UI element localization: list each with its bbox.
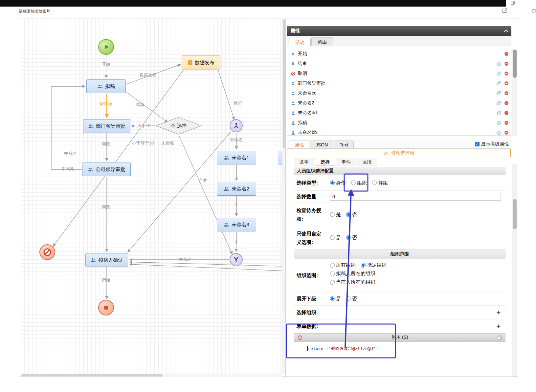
radio-option-是[interactable]: 是 <box>330 295 341 302</box>
radio-circle[interactable] <box>346 296 351 301</box>
delete-activity-button[interactable] <box>504 120 509 125</box>
radio-circle[interactable] <box>330 235 335 240</box>
cancel-icon <box>291 72 295 76</box>
tab-选择[interactable]: 选择 <box>315 158 335 165</box>
flow-node-join[interactable] <box>230 253 243 266</box>
chevron-up-icon[interactable] <box>504 30 508 32</box>
radio-option-指定组织[interactable]: 指定组织 <box>361 262 387 268</box>
canvas-vertical-scrollbar[interactable] <box>282 19 285 374</box>
delete-activity-button[interactable] <box>504 52 509 56</box>
add-organization-button[interactable] <box>496 310 501 315</box>
window-icon-partial[interactable] <box>532 8 536 14</box>
radio-option-否[interactable]: 否 <box>346 234 357 241</box>
tab-Text[interactable]: Text <box>334 141 354 148</box>
flow-node-dept[interactable]: 部门领导审批 <box>83 119 130 133</box>
activity-row-未命名bb[interactable]: 未命名bb <box>287 128 511 136</box>
modify-selection-banner[interactable]: 修改选择项 <box>287 149 511 157</box>
delete-activity-button[interactable] <box>504 61 509 66</box>
delete-activity-button[interactable] <box>504 130 509 135</box>
tab-属性[interactable]: 属性 <box>289 141 309 148</box>
scrollbar-thumb[interactable] <box>513 199 517 229</box>
copy-script-icon[interactable] <box>497 335 502 340</box>
scrollbar-thumb[interactable] <box>513 50 517 78</box>
flow-node-cancel[interactable] <box>39 244 55 260</box>
window-icon[interactable] <box>510 1 515 5</box>
flow-node-n1[interactable]: 未命名1 <box>217 151 256 164</box>
activity-list-scrollbar[interactable] <box>512 49 517 136</box>
activity-row-未命名2[interactable]: 未命名2 <box>287 98 511 108</box>
activity-label: 结束 <box>298 61 494 67</box>
select-count-input[interactable] <box>330 193 501 201</box>
radio-circle[interactable] <box>346 235 351 240</box>
scrollbar-thumb[interactable] <box>283 20 285 148</box>
scrollbar-thumb[interactable] <box>21 374 163 377</box>
radio-circle[interactable] <box>372 181 377 185</box>
activity-row-开始[interactable]: 开始 <box>287 49 511 59</box>
radio-circle[interactable] <box>330 280 335 285</box>
radio-option-身份[interactable]: 身份 <box>330 180 346 186</box>
add-form-data-button[interactable] <box>496 324 501 329</box>
radio-circle[interactable] <box>330 272 335 276</box>
activity-row-结束[interactable]: 结束 <box>287 59 511 69</box>
radio-circle[interactable] <box>330 296 335 301</box>
external-link-icon[interactable] <box>502 8 507 13</box>
flow-canvas[interactable]: 开始数据发布请审核选择拆分大于10小于等于10未命名同意未命名不同意合并同意未命… <box>21 19 282 374</box>
flow-node-draft[interactable]: 拟稿 <box>86 79 126 93</box>
delete-activity-button[interactable] <box>504 81 509 86</box>
form-scrollbar[interactable] <box>512 164 517 377</box>
activity-list: 开始结束取消部门领导审批未命名cc未命名2未命名dd拟稿未命名bb <box>287 49 511 136</box>
radio-option-是[interactable]: 是 <box>330 234 341 241</box>
activity-row-未命名cc[interactable]: 未命名cc <box>287 88 511 98</box>
radio-option-群组[interactable]: 群组 <box>372 180 388 186</box>
radio-option-当前人所在的组织[interactable]: 当前人所在的组织 <box>330 279 375 285</box>
radio-option-是[interactable]: 是 <box>330 211 341 218</box>
flow-node-confirm[interactable]: 拟稿人确认 <box>85 253 128 267</box>
flow-node-start[interactable] <box>98 39 114 55</box>
radio-circle[interactable] <box>330 263 335 268</box>
flow-node-choice[interactable]: 选择 <box>156 117 202 135</box>
copy-activity-button[interactable] <box>497 120 502 125</box>
activity-row-取消[interactable]: 取消 <box>287 69 511 78</box>
radio-option-否[interactable]: 否 <box>346 211 357 218</box>
activity-row-部门领导审批[interactable]: 部门领导审批 <box>287 78 511 88</box>
radio-circle[interactable] <box>346 212 351 217</box>
radio-circle[interactable] <box>351 181 356 185</box>
checkbox-icon[interactable] <box>475 142 480 146</box>
copy-activity-button[interactable] <box>497 71 502 76</box>
copy-activity-button[interactable] <box>497 61 502 66</box>
flow-node-company[interactable]: 公司领导审批 <box>82 163 131 176</box>
show-advanced-checkbox[interactable]: 显示高级属性 <box>475 141 509 147</box>
flow-node-n3[interactable]: 未命名3 <box>217 218 256 231</box>
tab-事件[interactable]: 事件 <box>336 158 356 165</box>
copy-activity-button[interactable] <box>497 81 502 86</box>
delete-activity-button[interactable] <box>504 91 509 96</box>
copy-activity-button[interactable] <box>497 130 502 135</box>
radio-circle[interactable] <box>361 263 366 268</box>
delete-activity-button[interactable] <box>504 111 509 115</box>
activity-row-未命名dd[interactable]: 未命名dd <box>287 108 511 118</box>
flow-node-partial[interactable] <box>278 151 282 164</box>
flow-node-end[interactable] <box>98 300 114 316</box>
tab-区段[interactable]: 区段 <box>357 158 377 165</box>
copy-activity-button[interactable] <box>497 111 502 115</box>
tab-JSON[interactable]: JSON <box>310 141 333 148</box>
tab-路由[interactable]: 路由 <box>311 37 333 46</box>
flow-node-publish[interactable]: 数据发布 <box>182 55 220 70</box>
delete-activity-button[interactable] <box>504 71 509 76</box>
tab-活动[interactable]: 活动 <box>289 38 311 46</box>
radio-circle[interactable] <box>330 181 335 185</box>
tab-基本[interactable]: 基本 <box>294 158 314 165</box>
script-editor[interactable]: return ["战略发展部@zlfzb@U"] <box>294 342 505 360</box>
radio-option-否[interactable]: 否 <box>346 295 357 302</box>
flow-node-split[interactable] <box>230 119 243 132</box>
activity-row-拟稿[interactable]: 拟稿 <box>287 118 511 128</box>
radio-option-组织[interactable]: 组织 <box>351 180 367 186</box>
flow-node-n2[interactable]: 未命名2 <box>217 182 256 196</box>
canvas-horizontal-scrollbar[interactable] <box>21 374 282 377</box>
radio-option-所有组织[interactable]: 所有组织 <box>330 262 356 268</box>
copy-activity-button[interactable] <box>497 91 502 96</box>
radio-circle[interactable] <box>330 212 335 217</box>
delete-activity-button[interactable] <box>504 101 509 105</box>
radio-option-拟稿人所在的组织[interactable]: 拟稿人所在的组织 <box>330 271 375 277</box>
copy-activity-button[interactable] <box>497 101 502 105</box>
